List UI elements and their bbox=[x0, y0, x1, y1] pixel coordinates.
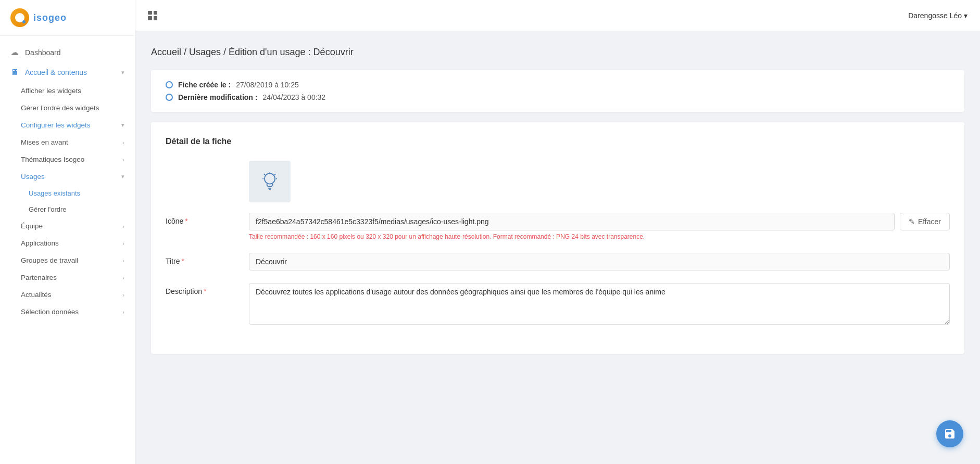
icon-label: Icône* bbox=[166, 213, 249, 225]
user-chevron-icon: ▾ bbox=[964, 11, 968, 20]
breadcrumb: Accueil / Usages / Édition d'un usage : … bbox=[151, 47, 964, 58]
icon-field-row: Icône* ✎ Effacer Taille recommandée : 16… bbox=[166, 213, 950, 240]
save-icon bbox=[944, 428, 956, 440]
icon-input[interactable] bbox=[249, 213, 895, 230]
selection-label: Sélection données bbox=[21, 308, 79, 316]
modified-dot-icon bbox=[166, 94, 173, 101]
save-fab-button[interactable] bbox=[936, 420, 963, 447]
created-value: 27/08/2019 à 10:25 bbox=[236, 81, 299, 89]
afficher-widgets-label: Afficher les widgets bbox=[21, 87, 81, 95]
svg-point-0 bbox=[265, 173, 275, 184]
grid-icon[interactable] bbox=[148, 11, 157, 20]
sidebar-item-usages[interactable]: Usages ▾ bbox=[0, 168, 135, 185]
title-form-field bbox=[249, 253, 950, 270]
clear-button-label: Effacer bbox=[918, 217, 941, 226]
modified-label: Dernière modification : bbox=[178, 93, 257, 101]
sidebar-item-partenaires[interactable]: Partenaires › bbox=[0, 269, 135, 286]
configurer-chevron-icon: ▾ bbox=[121, 122, 124, 128]
partenaires-chevron-icon: › bbox=[122, 275, 124, 281]
title-required-marker: * bbox=[181, 257, 184, 265]
accueil-chevron-icon: ▾ bbox=[121, 69, 124, 76]
sidebar-item-configurer-widgets[interactable]: Configurer les widgets ▾ bbox=[0, 117, 135, 134]
lightbulb-icon bbox=[258, 170, 281, 193]
logo-icon bbox=[10, 8, 29, 27]
groupes-label: Groupes de travail bbox=[21, 256, 78, 264]
monitor-icon: 🖥 bbox=[10, 68, 19, 77]
main-content: Darengosse Léo ▾ Accueil / Usages / Édit… bbox=[135, 0, 980, 464]
sidebar-item-gerer-ordre[interactable]: Gérer l'ordre bbox=[0, 201, 135, 217]
equipe-chevron-icon: › bbox=[122, 223, 124, 229]
clear-button[interactable]: ✎ Effacer bbox=[900, 213, 950, 230]
sidebar-item-gerer-ordre-widgets[interactable]: Gérer l'ordre des widgets bbox=[0, 99, 135, 117]
mises-en-avant-label: Mises en avant bbox=[21, 138, 68, 146]
actualites-label: Actualités bbox=[21, 291, 52, 299]
description-input[interactable] bbox=[249, 283, 950, 325]
gerer-ordre-label: Gérer l'ordre bbox=[29, 205, 67, 213]
sidebar-item-equipe[interactable]: Équipe › bbox=[0, 217, 135, 235]
topbar-left bbox=[148, 11, 157, 20]
usages-chevron-icon: ▾ bbox=[121, 173, 124, 180]
logo-area: isogeo bbox=[0, 0, 135, 36]
applications-label: Applications bbox=[21, 239, 59, 247]
thematiques-chevron-icon: › bbox=[122, 157, 124, 163]
modified-row: Dernière modification : 24/04/2023 à 00:… bbox=[166, 93, 950, 101]
description-label: Description* bbox=[166, 283, 249, 295]
selection-chevron-icon: › bbox=[122, 309, 124, 315]
sidebar-item-actualites[interactable]: Actualités › bbox=[0, 286, 135, 303]
user-name: Darengosse Léo bbox=[908, 11, 962, 20]
sidebar-item-mises-en-avant[interactable]: Mises en avant › bbox=[0, 134, 135, 151]
title-label: Titre* bbox=[166, 253, 249, 265]
thematiques-label: Thématiques Isogeo bbox=[21, 156, 84, 163]
sidebar-item-groupes[interactable]: Groupes de travail › bbox=[0, 252, 135, 269]
sidebar-item-selection[interactable]: Sélection données › bbox=[0, 303, 135, 320]
icon-form-field: ✎ Effacer Taille recommandée : 160 x 160… bbox=[249, 213, 950, 240]
icon-input-group: ✎ Effacer bbox=[249, 213, 950, 230]
icon-preview bbox=[249, 161, 291, 202]
sidebar-item-thematiques[interactable]: Thématiques Isogeo › bbox=[0, 151, 135, 168]
sidebar-item-usages-existants[interactable]: Usages existants bbox=[0, 185, 135, 201]
equipe-label: Équipe bbox=[21, 222, 43, 230]
eraser-icon: ✎ bbox=[909, 217, 915, 226]
logo-inner bbox=[15, 13, 24, 22]
sidebar: isogeo ☁ Dashboard 🖥 Accueil & contenus … bbox=[0, 0, 135, 464]
title-input[interactable] bbox=[249, 253, 950, 270]
sidebar-item-afficher-widgets[interactable]: Afficher les widgets bbox=[0, 82, 135, 99]
sidebar-navigation: ☁ Dashboard 🖥 Accueil & contenus ▾ Affic… bbox=[0, 36, 135, 464]
detail-card: Détail de la fiche bbox=[151, 122, 964, 354]
description-form-field bbox=[249, 283, 950, 327]
sidebar-item-dashboard-label: Dashboard bbox=[25, 48, 61, 57]
sidebar-item-accueil-contenus[interactable]: 🖥 Accueil & contenus ▾ bbox=[0, 62, 135, 82]
sidebar-item-applications[interactable]: Applications › bbox=[0, 235, 135, 252]
cloud-icon: ☁ bbox=[10, 47, 19, 57]
configurer-widgets-label: Configurer les widgets bbox=[21, 121, 91, 129]
icon-required-marker: * bbox=[185, 217, 187, 225]
title-field-row: Titre* bbox=[166, 253, 950, 270]
sidebar-item-accueil-label: Accueil & contenus bbox=[25, 68, 87, 76]
usages-label: Usages bbox=[21, 173, 45, 181]
created-dot-icon bbox=[166, 81, 173, 88]
sidebar-item-dashboard[interactable]: ☁ Dashboard bbox=[0, 42, 135, 62]
applications-chevron-icon: › bbox=[122, 240, 124, 247]
actualites-chevron-icon: › bbox=[122, 292, 124, 298]
svg-line-6 bbox=[274, 174, 275, 175]
info-card: Fiche créée le : 27/08/2019 à 10:25 Dern… bbox=[151, 70, 964, 112]
modified-value: 24/04/2023 à 00:32 bbox=[262, 93, 325, 101]
mises-chevron-icon: › bbox=[122, 139, 124, 146]
groupes-chevron-icon: › bbox=[122, 257, 124, 264]
partenaires-label: Partenaires bbox=[21, 274, 57, 281]
icon-hint: Taille recommandée : 160 x 160 pixels ou… bbox=[249, 233, 950, 240]
logo-text: isogeo bbox=[33, 12, 67, 23]
page-content: Accueil / Usages / Édition d'un usage : … bbox=[135, 31, 980, 464]
usages-existants-label: Usages existants bbox=[29, 189, 80, 197]
description-field-row: Description* bbox=[166, 283, 950, 327]
gerer-ordre-widgets-label: Gérer l'ordre des widgets bbox=[21, 104, 99, 112]
topbar: Darengosse Léo ▾ bbox=[135, 0, 980, 31]
svg-line-5 bbox=[264, 174, 265, 175]
created-row: Fiche créée le : 27/08/2019 à 10:25 bbox=[166, 81, 950, 89]
desc-required-marker: * bbox=[204, 287, 206, 295]
created-label: Fiche créée le : bbox=[178, 81, 231, 89]
section-title: Détail de la fiche bbox=[166, 137, 950, 146]
logo-dot bbox=[22, 20, 26, 23]
user-menu[interactable]: Darengosse Léo ▾ bbox=[908, 11, 968, 20]
